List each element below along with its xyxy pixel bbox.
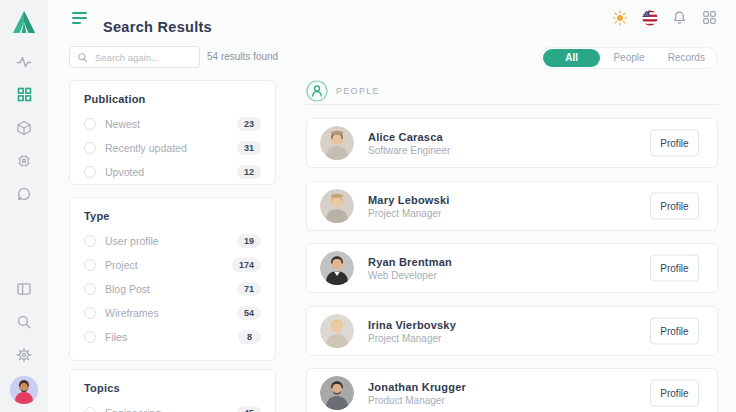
page-title: Search Results bbox=[103, 19, 212, 35]
search-again-box bbox=[69, 46, 200, 68]
person-name: Jonathan Krugger bbox=[368, 381, 466, 393]
cube-icon[interactable] bbox=[8, 111, 40, 144]
person-card: Jonathan Krugger Product Manager Profile bbox=[306, 368, 718, 412]
person-name: Irina Vierbovsky bbox=[368, 319, 456, 331]
filter-label: Files bbox=[105, 331, 238, 343]
sidebar-bottom-nav bbox=[8, 272, 40, 371]
profile-button[interactable]: Profile bbox=[650, 255, 699, 282]
filter-row: Upvoted 12 bbox=[84, 160, 261, 184]
filter-label: Wireframes bbox=[105, 307, 237, 319]
person-avatar bbox=[320, 251, 354, 285]
filter-label: Newest bbox=[105, 118, 237, 130]
profile-button[interactable]: Profile bbox=[650, 130, 699, 157]
filter-panel-type: Type User profile 19 Project 174 Blog Po… bbox=[69, 197, 276, 361]
person-info: Jonathan Krugger Product Manager bbox=[368, 381, 466, 406]
person-role: Project Manager bbox=[368, 333, 456, 344]
person-role: Software Engineer bbox=[368, 145, 450, 156]
panel-title: Publication bbox=[84, 93, 261, 105]
app-logo-triangle-icon[interactable] bbox=[9, 7, 39, 37]
dashboard-grid-icon[interactable] bbox=[8, 78, 40, 111]
chip-icon[interactable] bbox=[8, 144, 40, 177]
count-badge: 54 bbox=[237, 306, 261, 320]
count-badge: 45 bbox=[237, 406, 261, 412]
people-section-label: PEOPLE bbox=[336, 86, 380, 96]
radio-button[interactable] bbox=[84, 142, 96, 154]
count-badge: 12 bbox=[237, 165, 261, 179]
person-role: Web Developer bbox=[368, 270, 452, 281]
activity-icon[interactable] bbox=[8, 45, 40, 78]
search-icon[interactable] bbox=[8, 305, 40, 338]
radio-button[interactable] bbox=[84, 118, 96, 130]
people-section-icon bbox=[306, 80, 328, 102]
person-info: Ryan Brentman Web Developer bbox=[368, 256, 452, 281]
results-count-text: 54 results found bbox=[207, 51, 278, 62]
person-role: Product Manager bbox=[368, 395, 466, 406]
user-avatar[interactable] bbox=[10, 376, 38, 404]
radio-button[interactable] bbox=[84, 331, 96, 343]
radio-button[interactable] bbox=[84, 235, 96, 247]
filter-label: Blog Post bbox=[105, 283, 237, 295]
filter-row: Blog Post 71 bbox=[84, 277, 261, 301]
person-info: Mary Lebowski Project Manager bbox=[368, 194, 449, 219]
filter-row: Wireframes 54 bbox=[84, 301, 261, 325]
panel-title: Type bbox=[84, 210, 261, 222]
filter-label: Project bbox=[105, 259, 232, 271]
filter-label: Engineering bbox=[105, 407, 237, 412]
filter-label: Upvoted bbox=[105, 166, 237, 178]
filter-row: Newest 23 bbox=[84, 112, 261, 136]
person-role: Project Manager bbox=[368, 208, 449, 219]
bell-notifications-icon[interactable] bbox=[671, 9, 688, 26]
menu-hamburger-icon[interactable] bbox=[72, 12, 88, 25]
search-input[interactable] bbox=[93, 51, 192, 64]
radio-button[interactable] bbox=[84, 407, 96, 412]
filter-row: Engineering 45 bbox=[84, 401, 261, 412]
radio-button[interactable] bbox=[84, 166, 96, 178]
chat-icon[interactable] bbox=[8, 177, 40, 210]
count-badge: 174 bbox=[232, 258, 261, 272]
gear-icon[interactable] bbox=[8, 338, 40, 371]
person-name: Alice Carasca bbox=[368, 131, 450, 143]
filter-row: User profile 19 bbox=[84, 229, 261, 253]
person-name: Mary Lebowski bbox=[368, 194, 449, 206]
person-avatar bbox=[320, 189, 354, 223]
profile-button[interactable]: Profile bbox=[650, 380, 699, 407]
person-avatar bbox=[320, 126, 354, 160]
filter-label: Recently updated bbox=[105, 142, 237, 154]
tab-records[interactable]: Records bbox=[658, 49, 715, 67]
us-flag-language-icon[interactable] bbox=[641, 9, 658, 26]
topbar-icons bbox=[611, 9, 718, 26]
tab-people[interactable]: People bbox=[600, 49, 657, 67]
radio-button[interactable] bbox=[84, 259, 96, 271]
search-icon bbox=[77, 52, 88, 63]
person-avatar bbox=[320, 314, 354, 348]
person-info: Alice Carasca Software Engineer bbox=[368, 131, 450, 156]
count-badge: 31 bbox=[237, 141, 261, 155]
sidebar bbox=[0, 0, 48, 412]
count-badge: 71 bbox=[237, 282, 261, 296]
person-name: Ryan Brentman bbox=[368, 256, 452, 268]
result-tabs: All People Records bbox=[540, 47, 718, 69]
section-divider bbox=[306, 104, 718, 105]
sun-theme-icon[interactable] bbox=[611, 9, 628, 26]
filter-row: Files 8 bbox=[84, 325, 261, 349]
person-card: Alice Carasca Software Engineer Profile bbox=[306, 118, 718, 168]
person-card: Mary Lebowski Project Manager Profile bbox=[306, 181, 718, 231]
person-avatar bbox=[320, 376, 354, 410]
person-card: Ryan Brentman Web Developer Profile bbox=[306, 243, 718, 293]
profile-button[interactable]: Profile bbox=[650, 193, 699, 220]
radio-button[interactable] bbox=[84, 283, 96, 295]
count-badge: 23 bbox=[237, 117, 261, 131]
person-info: Irina Vierbovsky Project Manager bbox=[368, 319, 456, 344]
radio-button[interactable] bbox=[84, 307, 96, 319]
count-badge: 8 bbox=[238, 330, 261, 344]
filter-panel-topics: Topics Engineering 45 bbox=[69, 369, 276, 412]
filter-row: Project 174 bbox=[84, 253, 261, 277]
layout-icon[interactable] bbox=[8, 272, 40, 305]
count-badge: 19 bbox=[237, 234, 261, 248]
filter-label: User profile bbox=[105, 235, 237, 247]
filter-row: Recently updated 31 bbox=[84, 136, 261, 160]
apps-grid-icon[interactable] bbox=[701, 9, 718, 26]
profile-button[interactable]: Profile bbox=[650, 318, 699, 345]
tab-all[interactable]: All bbox=[543, 49, 600, 67]
panel-title: Topics bbox=[84, 382, 261, 394]
